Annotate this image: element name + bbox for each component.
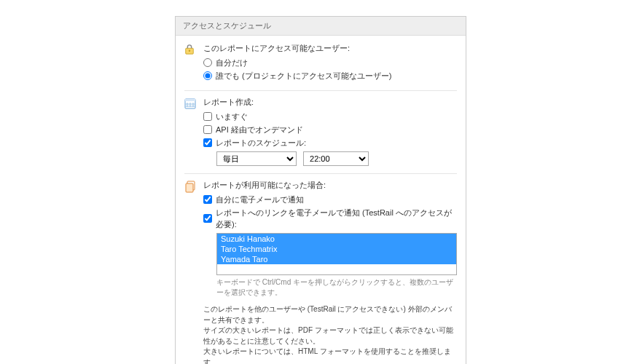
creation-check-schedule[interactable]: [203, 138, 212, 147]
creation-title: レポート作成:: [203, 97, 457, 108]
creation-option-now[interactable]: いますぐ: [203, 111, 457, 122]
user-select-list[interactable]: Suzuki HanakoTaro TechmatrixYamada Taro: [216, 233, 457, 275]
lock-icon: [184, 44, 197, 57]
pages-icon: [184, 181, 197, 195]
access-option-all-label: 誰でも (プロジェクトにアクセス可能なユーザー): [216, 70, 391, 82]
notify-section: レポートが利用可能になった場合: 自分に電子メールで通知 レポートへのリンクを電…: [184, 180, 457, 364]
svg-rect-10: [186, 183, 193, 192]
access-option-all[interactable]: 誰でも (プロジェクトにアクセス可能なユーザー): [203, 70, 457, 82]
creation-section: レポート作成: いますぐ API 経由でオンデマンド レポートのスケジュール:: [184, 97, 457, 166]
schedule-frequency-select[interactable]: 毎日: [216, 151, 297, 166]
notify-self-email-check[interactable]: [203, 195, 212, 204]
creation-check-now[interactable]: [203, 112, 212, 121]
desc-line: サイズの大きいレポートは、PDF フォーマットでは正しく表示できない可能性がある…: [203, 325, 457, 347]
notify-title: レポートが利用可能になった場合:: [203, 180, 457, 191]
access-title: このレポートにアクセス可能なユーザー:: [203, 43, 457, 54]
notify-self-email-label: 自分に電子メールで通知: [216, 194, 304, 205]
share-description: このレポートを他のユーザーや (TestRail にアクセスできない) 外部のメ…: [203, 304, 457, 364]
creation-option-api[interactable]: API 経由でオンデマンド: [203, 124, 457, 135]
panel-title: アクセスとスケジュール: [176, 17, 466, 36]
svg-rect-3: [185, 99, 195, 101]
divider: [184, 173, 457, 174]
access-option-self-label: 自分だけ: [216, 57, 248, 68]
svg-point-1: [189, 50, 190, 52]
creation-schedule-label: レポートのスケジュール:: [216, 137, 306, 149]
notify-link-email-check[interactable]: [203, 214, 212, 223]
calendar-icon: [184, 98, 197, 111]
notify-self-email[interactable]: 自分に電子メールで通知: [203, 194, 457, 205]
access-radio-all[interactable]: [203, 71, 212, 80]
notify-link-email-label: レポートへのリンクを電子メールで通知 (TestRail へのアクセスが必要):: [216, 207, 457, 230]
user-option[interactable]: Yamada Taro: [217, 254, 456, 264]
user-option[interactable]: Suzuki Hanako: [217, 234, 456, 244]
access-schedule-panel: アクセスとスケジュール このレポートにアクセス可能なユーザー:: [175, 16, 466, 364]
creation-now-label: いますぐ: [216, 111, 248, 122]
access-option-self[interactable]: 自分だけ: [203, 57, 457, 68]
creation-option-schedule[interactable]: レポートのスケジュール:: [203, 137, 457, 149]
userlist-hint: キーボードで Ctrl/Cmd キーを押しながらクリックすると、複数のユーザーを…: [216, 277, 457, 297]
schedule-time-select[interactable]: 22:00: [303, 151, 369, 166]
access-section: このレポートにアクセス可能なユーザー: 自分だけ 誰でも (プロジェクトにアクセ…: [184, 43, 457, 83]
desc-line: 大きいレポートについては、HTML フォーマットを使用することを推奨します。: [203, 347, 457, 364]
notify-link-email[interactable]: レポートへのリンクを電子メールで通知 (TestRail へのアクセスが必要):: [203, 207, 457, 230]
user-option[interactable]: Taro Techmatrix: [217, 244, 456, 254]
desc-line: このレポートを他のユーザーや (TestRail にアクセスできない) 外部のメ…: [203, 304, 457, 325]
creation-check-api[interactable]: [203, 125, 212, 134]
creation-api-label: API 経由でオンデマンド: [216, 124, 303, 135]
divider: [184, 90, 457, 91]
access-radio-self[interactable]: [203, 58, 212, 67]
